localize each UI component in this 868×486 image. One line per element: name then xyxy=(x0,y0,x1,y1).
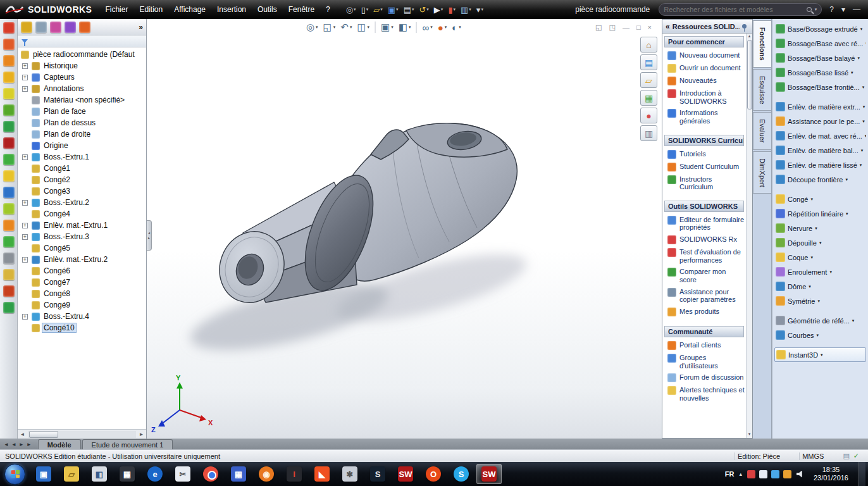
task-pane-tab[interactable]: ▤ xyxy=(640,54,657,70)
feature-command[interactable]: Coque ▾ xyxy=(774,250,866,265)
commandmanager-tab[interactable]: Esquisse xyxy=(753,69,771,111)
task-pane-tab[interactable]: ▱ xyxy=(640,72,657,88)
left-toolbar-icon[interactable] xyxy=(3,285,15,297)
language-indicator[interactable]: FR xyxy=(725,470,735,478)
status-icon[interactable]: ✓ xyxy=(853,452,859,460)
scroll-right-icon[interactable]: ► xyxy=(137,432,146,437)
left-toolbar-icon[interactable] xyxy=(3,39,15,50)
tree-item[interactable]: + Congé8 xyxy=(18,288,146,299)
task-pane-tab[interactable]: ▦ xyxy=(640,90,657,106)
clock[interactable]: 18:35 23/01/2016 xyxy=(810,466,852,482)
left-toolbar-icon[interactable] xyxy=(3,252,15,264)
hidden-icons-chevron[interactable]: ▴ xyxy=(739,471,742,477)
commandmanager-tab[interactable]: Fonctions xyxy=(753,20,771,68)
task-pane-link[interactable]: Nouveautés xyxy=(662,75,746,87)
toolbar-icon[interactable]: ▯ ▾ xyxy=(361,5,369,15)
taskbar-app-icon[interactable]: ◣ xyxy=(309,464,335,484)
left-toolbar-icon[interactable] xyxy=(3,236,15,247)
expand-toggle-icon[interactable]: + xyxy=(22,200,28,206)
taskbar-app-icon[interactable]: ◧ xyxy=(87,464,112,484)
menu-item[interactable]: ? xyxy=(320,2,336,17)
feature-command[interactable]: Enlèv. de mat. avec ré... ▾ xyxy=(774,128,866,143)
hud-icon[interactable]: ◱ ▾ xyxy=(323,22,336,33)
menu-item[interactable]: Affichage xyxy=(168,2,211,17)
taskbar-app-icon[interactable]: ▣ xyxy=(31,464,56,484)
feature-command[interactable]: Dépouille ▾ xyxy=(774,235,866,250)
tree-item[interactable]: + Plan de droite xyxy=(18,128,146,140)
tree-item[interactable]: + Enlèv. mat.-Extru.2 xyxy=(18,254,146,265)
tree-item[interactable]: + Congé10 xyxy=(18,322,146,333)
search-icon[interactable] xyxy=(807,7,812,12)
left-toolbar-icon[interactable] xyxy=(3,88,15,99)
tree-item[interactable]: + Capteurs xyxy=(18,72,146,83)
tree-item[interactable]: + Annotations xyxy=(18,83,146,94)
task-pane-link[interactable]: Instructors Curriculum xyxy=(662,173,746,193)
expand-toggle-icon[interactable]: + xyxy=(22,86,28,92)
toolbar-icon[interactable]: ▾ ▾ xyxy=(476,5,483,15)
task-pane-link[interactable]: Editeur de formulaire propriétés xyxy=(662,214,746,234)
search-input[interactable] xyxy=(664,6,806,13)
taskbar-app-icon[interactable]: ▦ xyxy=(226,464,251,484)
tab-nav-button[interactable]: ◄ xyxy=(11,442,16,447)
expand-toggle-icon[interactable]: + xyxy=(22,257,28,263)
left-toolbar-icon[interactable] xyxy=(3,302,15,313)
toolbar-icon[interactable]: ▶ ▾ xyxy=(434,5,443,15)
section-header[interactable]: SOLIDWORKS Curriculum xyxy=(664,135,744,146)
start-button[interactable] xyxy=(4,464,25,485)
doc-window-control[interactable]: — xyxy=(623,23,629,32)
scroll-down-icon[interactable]: ▾ xyxy=(748,432,751,437)
tray-icon[interactable] xyxy=(771,470,779,478)
left-toolbar-icon[interactable] xyxy=(3,154,15,165)
manager-tab-icon[interactable] xyxy=(65,22,76,33)
task-pane-link[interactable]: Student Curriculum xyxy=(662,161,746,173)
tray-icon[interactable] xyxy=(759,470,767,478)
task-pane-link[interactable]: Introduction à SOLIDWORKS xyxy=(662,87,746,107)
feature-command[interactable]: Enroulement ▾ xyxy=(774,265,866,279)
commandmanager-tab[interactable]: DimXpert xyxy=(753,151,771,194)
tray-icon[interactable] xyxy=(747,470,755,478)
model-tab[interactable]: Etude de mouvement 1 xyxy=(82,439,173,449)
fm-overflow-chevron[interactable]: » xyxy=(139,23,143,32)
task-pane-tab[interactable]: ⌂ xyxy=(640,37,657,53)
feature-command[interactable]: Enlèv. de matière lissé ▾ xyxy=(774,158,866,172)
feature-command[interactable]: Assistance pour le pe... ▾ xyxy=(774,114,866,128)
left-toolbar-icon[interactable] xyxy=(3,187,15,198)
model-tab[interactable]: Modèle xyxy=(38,439,81,449)
taskbar-app-icon[interactable]: ✂ xyxy=(170,464,195,484)
tree-item[interactable]: + Congé5 xyxy=(18,242,146,254)
taskbar-app-icon[interactable]: S xyxy=(449,464,474,484)
taskbar-app-icon[interactable] xyxy=(198,464,223,484)
task-pane-tab[interactable]: ▥ xyxy=(640,125,657,141)
menu-item[interactable]: Outils xyxy=(252,2,283,17)
task-pane-link[interactable]: Tutoriels xyxy=(662,148,746,161)
section-header[interactable]: Pour commencer xyxy=(664,36,744,47)
feature-command[interactable]: Instant3D ▾ xyxy=(774,347,866,362)
doc-window-control[interactable]: □ xyxy=(636,23,641,32)
viewport-canvas[interactable]: Y X Z ◎ ▾ ◱ ▾ ↶ ▾ ◫ xyxy=(147,19,662,439)
task-pane-link[interactable]: Mes produits xyxy=(662,306,746,318)
feature-command[interactable]: Bossage/Base avec ré... ▾ xyxy=(774,36,866,51)
manager-tab-icon[interactable] xyxy=(79,22,90,33)
taskbar-app-icon[interactable]: ✱ xyxy=(337,464,363,484)
tree-item[interactable]: + Historique xyxy=(18,60,146,72)
left-toolbar-icon[interactable] xyxy=(3,170,15,182)
tree-item[interactable]: + Boss.-Extru.4 xyxy=(18,311,146,322)
section-header[interactable]: Communauté xyxy=(664,326,744,337)
window-control[interactable]: ? xyxy=(829,5,834,14)
doc-window-control[interactable]: ◱ xyxy=(595,23,602,32)
feature-command[interactable]: Répétition linéaire ▾ xyxy=(774,206,866,221)
task-pane-scrollbar[interactable]: ▴ ▾ xyxy=(746,34,752,438)
menu-item[interactable]: Edition xyxy=(133,2,168,17)
left-toolbar-icon[interactable] xyxy=(3,137,15,149)
scroll-thumb[interactable] xyxy=(29,431,58,438)
toolbar-icon[interactable]: ▥ ▾ xyxy=(461,5,471,15)
pin-icon[interactable] xyxy=(742,24,747,28)
tray-icon[interactable] xyxy=(783,470,791,478)
task-pane-link[interactable]: Forum de discussion xyxy=(662,371,746,384)
task-pane-link[interactable]: Test d'évaluation de performances xyxy=(662,246,746,266)
taskbar-app-icon[interactable]: I xyxy=(282,464,307,484)
left-toolbar-icon[interactable] xyxy=(3,22,15,34)
search-box[interactable]: ▾ xyxy=(659,3,822,16)
taskbar-app-icon[interactable]: ▦ xyxy=(115,464,140,484)
toolbar-icon[interactable]: ▮ ▾ xyxy=(448,5,456,15)
